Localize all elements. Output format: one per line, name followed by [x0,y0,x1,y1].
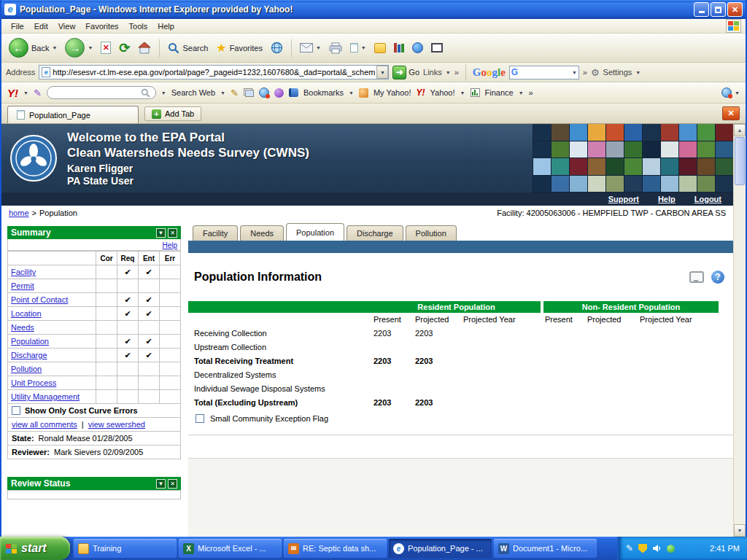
back-chevron-icon[interactable]: ▼ [52,45,57,50]
messenger-button[interactable] [409,41,426,55]
yahoo-home-button[interactable]: Yahoo! [430,88,455,97]
my-yahoo-button[interactable]: My Yahoo! [374,88,411,97]
task-population-page[interactable]: e Population_Page - ... [389,539,492,558]
task-outlook-message[interactable]: ✉ RE: Septic data sh... [284,539,387,558]
task-word-document[interactable]: W Document1 - Micro... [494,539,597,558]
toolbar-close-button[interactable]: ✕ [722,106,740,120]
tab-discharge[interactable]: Discharge [347,225,403,241]
scroll-up-icon[interactable]: ▲ [734,124,746,136]
home-button[interactable] [135,40,154,55]
help-link[interactable]: Help [658,195,676,203]
view-all-comments-link[interactable]: view all comments [12,420,77,429]
links-overflow-chevrons[interactable]: » [454,68,459,77]
page-chevron-icon[interactable]: ▼ [361,45,366,50]
links-chevron-icon[interactable]: ▼ [446,70,451,75]
yahoo-overflow-chevrons[interactable]: » [529,88,533,97]
address-input[interactable]: e http://esesvr-ct.lm-ese.epa.gov/portal… [39,65,389,79]
yahoo-logo[interactable]: Y! [7,87,18,99]
sidebar-link-needs[interactable]: Needs [11,323,34,332]
settings-chevron-icon[interactable]: ▼ [635,70,640,75]
scroll-down-icon[interactable]: ▼ [734,524,746,537]
comment-icon[interactable] [689,271,704,283]
volume-icon[interactable] [652,544,662,553]
google-search-input[interactable]: G ▼ [509,66,579,79]
yahoo-home-chevron-icon[interactable]: ▼ [460,90,465,96]
menu-file[interactable]: File [6,20,29,32]
support-link[interactable]: Support [608,195,639,203]
forward-chevron-icon[interactable]: ▼ [88,45,93,50]
review-status-collapse-icon[interactable]: ▼ [156,479,166,489]
sidebar-link-point-of-contact[interactable]: Point of Contact [11,295,68,304]
refresh-button[interactable]: ⟳ [116,39,133,58]
restore-button[interactable] [711,2,726,17]
mail-button[interactable]: ▼ [297,42,324,54]
yahoo-apps-icon[interactable] [274,88,284,98]
bookmarks-button[interactable]: Bookmarks [303,88,344,97]
finance-chevron-icon[interactable]: ▼ [519,90,524,96]
tab-needs[interactable]: Needs [240,225,284,241]
favorites-button[interactable]: ★ Favorites [213,39,266,56]
yahoo-search-input[interactable] [47,86,156,99]
highlighter-icon[interactable]: ✎ [231,88,239,98]
add-tab-button[interactable]: + Add Tab [144,106,201,121]
summary-collapse-icon[interactable]: ▼ [156,228,166,238]
tray-shield-icon[interactable] [638,544,647,553]
close-button[interactable]: ✕ [727,2,743,17]
settings-label[interactable]: Settings [603,68,632,77]
sidebar-link-location[interactable]: Location [11,309,42,318]
summary-help-link[interactable]: Help [162,241,177,249]
address-dropdown-icon[interactable]: ▼ [376,66,388,79]
start-button[interactable]: start [0,537,70,560]
menu-edit[interactable]: Edit [29,20,53,32]
scrollbar-thumb[interactable] [735,137,745,185]
back-button[interactable]: ← Back ▼ [6,36,60,59]
page-help-icon[interactable]: ? [711,271,724,284]
yahoo-options-icon[interactable] [721,88,732,98]
sidebar-link-pollution[interactable]: Pollution [11,365,42,373]
window-tabs-icon[interactable] [244,88,254,97]
menu-tools[interactable]: Tools [124,20,153,32]
menu-favorites[interactable]: Favorites [80,20,123,32]
vertical-scrollbar[interactable]: ▲ ▼ [733,124,746,537]
sidebar-link-permit[interactable]: Permit [11,281,34,290]
go-button[interactable]: ➜ Go [392,66,419,79]
tray-pencil-icon[interactable]: ✎ [626,544,633,553]
search-button[interactable]: Search [165,41,211,55]
sidebar-link-unit-process[interactable]: Unit Process [11,378,56,387]
fullscreen-button[interactable] [428,42,446,54]
print-button[interactable] [326,41,345,55]
tray-status-icon[interactable] [667,545,675,553]
sidebar-link-discharge[interactable]: Discharge [11,351,47,359]
forward-button[interactable]: → ▼ [62,36,96,59]
mail-chevron-icon[interactable]: ▼ [316,45,321,50]
page-button[interactable]: ▼ [347,42,369,54]
minimize-button[interactable] [694,2,709,17]
breadcrumb-home-link[interactable]: home [9,209,29,217]
stop-button[interactable]: ✕ [98,40,114,55]
sidebar-link-utility-management[interactable]: Utility Management [11,392,80,401]
yahoo-logo-chevron-icon[interactable]: ▼ [23,90,28,96]
finance-button[interactable]: Finance [485,88,514,97]
yahoo-search-dropdown-icon[interactable]: ▼ [161,90,166,96]
logout-link[interactable]: Logout [694,195,721,203]
task-excel[interactable]: X Microsoft Excel - ... [179,539,282,558]
tab-population[interactable]: Population [286,223,344,241]
google-overflow-chevrons[interactable]: » [583,68,587,77]
menu-view[interactable]: View [53,20,81,32]
search-web-chevron-icon[interactable]: ▼ [220,90,225,96]
task-training[interactable]: Training [74,539,177,558]
yahoo-options-chevron-icon[interactable]: ▼ [735,90,740,96]
research-button[interactable] [391,42,407,54]
links-label[interactable]: Links [423,68,442,77]
tab-facility[interactable]: Facility [193,225,238,241]
pencil-icon[interactable]: ✎ [34,88,42,98]
bookmarks-chevron-icon[interactable]: ▼ [349,90,354,96]
review-status-close-icon[interactable]: ✕ [168,479,177,489]
history-button[interactable] [268,40,286,55]
sidebar-link-population[interactable]: Population [11,337,49,346]
web-globe-icon[interactable] [259,88,269,98]
edit-button[interactable] [371,42,389,55]
summary-close-icon[interactable]: ✕ [168,228,177,238]
sidebar-link-facility[interactable]: Facility [11,268,36,276]
search-web-button[interactable]: Search Web [171,88,215,97]
